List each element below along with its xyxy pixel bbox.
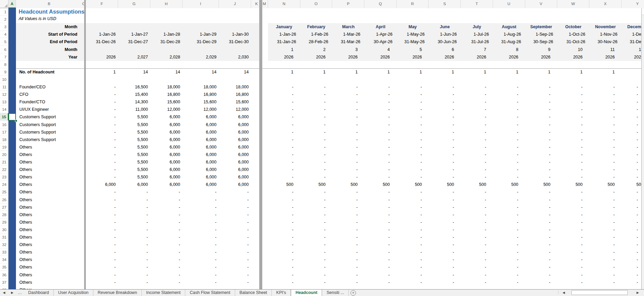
- column-header[interactable]: J: [219, 0, 251, 8]
- cell[interactable]: November: [589, 23, 622, 31]
- cell[interactable]: 12,000: [219, 106, 251, 113]
- cell[interactable]: -: [622, 279, 641, 286]
- cell[interactable]: -: [118, 248, 150, 256]
- cell[interactable]: -: [589, 136, 622, 143]
- cell[interactable]: -: [589, 106, 622, 113]
- cell[interactable]: -: [461, 121, 493, 128]
- cell[interactable]: 1-Jan-26: [86, 31, 118, 38]
- cell[interactable]: -: [183, 271, 219, 279]
- cell[interactable]: 31-Dec-30: [219, 38, 251, 46]
- cell[interactable]: -: [219, 226, 251, 233]
- cell[interactable]: -: [268, 113, 300, 121]
- row-label[interactable]: Others: [16, 196, 82, 204]
- cell[interactable]: 6,000: [219, 136, 251, 143]
- cell[interactable]: 500: [268, 181, 300, 188]
- row-header[interactable]: 24: [0, 181, 8, 188]
- cell[interactable]: -: [622, 113, 641, 121]
- cell[interactable]: 31-Dec-26: [86, 38, 118, 46]
- row-header[interactable]: 36: [0, 271, 8, 279]
- row-header[interactable]: 37: [0, 279, 8, 286]
- cell[interactable]: -: [461, 136, 493, 143]
- cell[interactable]: -: [183, 241, 219, 248]
- cell[interactable]: -: [150, 271, 183, 279]
- cell[interactable]: -: [493, 151, 525, 158]
- cell[interactable]: -: [219, 241, 251, 248]
- row-header[interactable]: 4: [0, 31, 8, 38]
- cell[interactable]: -: [429, 241, 461, 248]
- column-header[interactable]: I: [183, 0, 219, 8]
- column-header[interactable]: U: [493, 0, 525, 8]
- cell[interactable]: -: [557, 226, 589, 233]
- cell[interactable]: -: [557, 279, 589, 286]
- row-header[interactable]: 23: [0, 173, 8, 181]
- cell[interactable]: 16,500: [118, 83, 150, 91]
- cell[interactable]: -: [557, 91, 589, 98]
- cell[interactable]: 1-Jun-26: [429, 31, 461, 38]
- cell[interactable]: -: [429, 121, 461, 128]
- cell[interactable]: -: [525, 91, 557, 98]
- cell[interactable]: -: [397, 196, 429, 204]
- cell[interactable]: 6,000: [183, 113, 219, 121]
- cell[interactable]: 500: [557, 181, 589, 188]
- clipped-cell[interactable]: 1-Dec-26: [622, 31, 641, 38]
- clipped-cell[interactable]: -: [622, 158, 641, 166]
- column-header[interactable]: Y: [622, 0, 644, 8]
- cell[interactable]: -: [364, 166, 397, 173]
- cell[interactable]: -: [493, 211, 525, 219]
- row-header[interactable]: 35: [0, 263, 8, 271]
- cell[interactable]: -: [364, 219, 397, 226]
- cell[interactable]: 18,000: [150, 83, 183, 91]
- row-label[interactable]: Others: [16, 271, 82, 279]
- row-label[interactable]: No. of Headcount: [16, 68, 82, 76]
- cell[interactable]: -: [118, 226, 150, 233]
- cell[interactable]: -: [461, 279, 493, 286]
- cell[interactable]: -: [397, 211, 429, 219]
- clipped-cell[interactable]: -: [622, 173, 641, 181]
- cell[interactable]: -: [332, 233, 364, 241]
- cell[interactable]: -: [183, 279, 219, 286]
- clipped-cell[interactable]: 1: [622, 68, 641, 76]
- cell[interactable]: -: [622, 256, 641, 263]
- cell[interactable]: -: [300, 158, 333, 166]
- cell[interactable]: 6,000: [150, 158, 183, 166]
- cell[interactable]: -: [183, 204, 219, 211]
- cell[interactable]: -: [332, 211, 364, 219]
- cell[interactable]: -: [86, 173, 118, 181]
- column-header[interactable]: A: [8, 0, 16, 8]
- column-a-fill[interactable]: [8, 8, 16, 289]
- clipped-cell[interactable]: -: [622, 219, 641, 226]
- row-header[interactable]: 15: [0, 113, 8, 121]
- cell[interactable]: -: [268, 248, 300, 256]
- cell[interactable]: -: [557, 219, 589, 226]
- cell[interactable]: 1-Aug-26: [493, 31, 525, 38]
- sheet-overflow-ellipsis[interactable]: …: [16, 290, 24, 296]
- cell[interactable]: 1-Dec-26: [622, 31, 641, 38]
- cell[interactable]: 6,000: [150, 128, 183, 136]
- cell[interactable]: -: [525, 219, 557, 226]
- row-label[interactable]: Others: [16, 226, 82, 233]
- cell[interactable]: -: [332, 166, 364, 173]
- row-label[interactable]: Others: [16, 166, 82, 173]
- cell[interactable]: -: [364, 121, 397, 128]
- cell[interactable]: 2026: [622, 53, 641, 61]
- cell[interactable]: 1: [589, 68, 622, 76]
- clipped-cell[interactable]: -: [622, 211, 641, 219]
- cell[interactable]: -: [525, 226, 557, 233]
- cell[interactable]: -: [300, 204, 333, 211]
- cell[interactable]: 1-May-26: [397, 31, 429, 38]
- cell[interactable]: -: [364, 128, 397, 136]
- cell[interactable]: 14,300: [118, 98, 150, 106]
- cell[interactable]: -: [268, 233, 300, 241]
- cell[interactable]: 31-May-26: [397, 38, 429, 46]
- cell[interactable]: 16,800: [150, 91, 183, 98]
- row-header[interactable]: 22: [0, 166, 8, 173]
- cell[interactable]: 5: [397, 46, 429, 53]
- cell[interactable]: -: [525, 233, 557, 241]
- cell[interactable]: -: [150, 256, 183, 263]
- cell[interactable]: -: [493, 248, 525, 256]
- cell[interactable]: -: [622, 98, 641, 106]
- cell[interactable]: 6,000: [150, 113, 183, 121]
- clipped-cell[interactable]: -: [622, 263, 641, 271]
- cell[interactable]: -: [429, 113, 461, 121]
- cell[interactable]: 6,000: [219, 151, 251, 158]
